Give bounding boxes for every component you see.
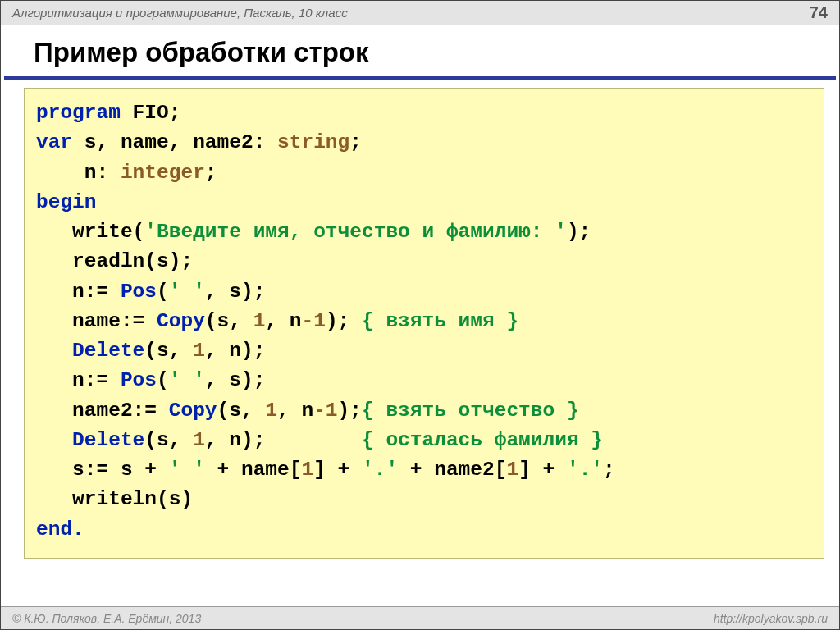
slide: Алгоритмизация и программирование, Паска… — [0, 0, 840, 630]
kw-var: var — [36, 131, 72, 153]
slide-title: Пример обработки строк — [4, 25, 836, 80]
fn-delete: Delete — [72, 429, 144, 451]
kw-begin: begin — [36, 191, 97, 213]
fn-copy: Copy — [157, 310, 205, 332]
page-number: 74 — [810, 3, 828, 22]
fn-pos: Pos — [121, 281, 157, 303]
comment: { взять имя } — [362, 310, 518, 332]
str-literal: 'Введите имя, отчество и фамилию: ' — [144, 221, 567, 243]
subject-text: Алгоритмизация и программирование, Паска… — [12, 6, 348, 20]
kw-program: program — [36, 102, 121, 124]
type-integer: integer — [121, 162, 205, 184]
fn-delete: Delete — [72, 340, 144, 362]
footer-bar: © К.Ю. Поляков, Е.А. Ерёмин, 2013 http:/… — [1, 606, 839, 629]
footer-url: http://kpolyakov.spb.ru — [714, 612, 828, 625]
fn-pos: Pos — [121, 369, 157, 391]
type-string: string — [277, 131, 349, 153]
comment: { осталась фамилия } — [362, 429, 603, 451]
code-listing: program FIO; var s, name, name2: string;… — [24, 88, 824, 559]
fn-copy: Copy — [169, 399, 217, 422]
header-bar: Алгоритмизация и программирование, Паска… — [1, 1, 839, 25]
copyright: © К.Ю. Поляков, Е.А. Ерёмин, 2013 — [12, 612, 201, 625]
comment: { взять отчество } — [362, 399, 579, 422]
kw-end: end. — [36, 518, 84, 541]
